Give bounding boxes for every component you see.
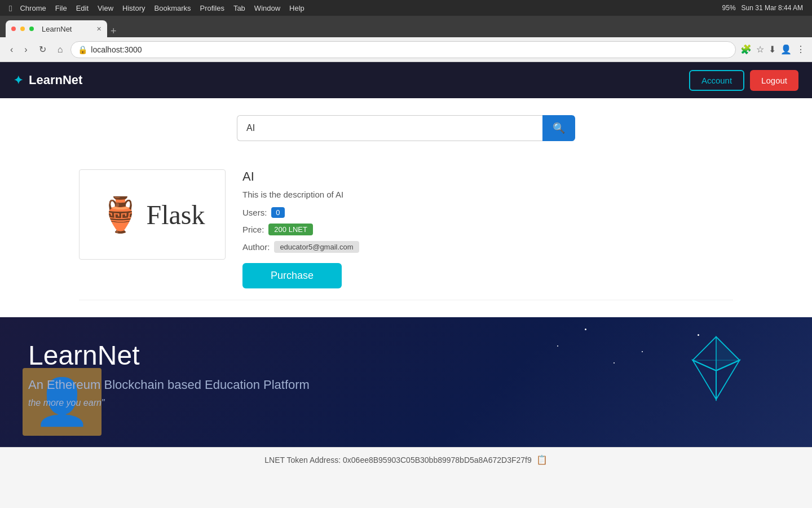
footer-title: LearnNet — [28, 340, 310, 371]
flask-icon: 🏺 — [99, 195, 142, 235]
menu-edit[interactable]: Edit — [76, 4, 89, 12]
course-users: Users: 0 — [242, 207, 733, 218]
token-address-text: LNET Token Address: 0x06ee8B95903C05B30b… — [264, 456, 532, 465]
search-button[interactable]: 🔍 — [542, 115, 575, 141]
course-info: AI This is the description of AI Users: … — [242, 169, 733, 288]
tab-minimize-btn[interactable] — [20, 27, 25, 31]
bookmark-icon[interactable]: ☆ — [756, 44, 764, 55]
course-card: 🏺 Flask AI This is the description of AI… — [79, 158, 733, 300]
course-section: 🏺 Flask AI This is the description of AI… — [68, 158, 744, 300]
menu-file[interactable]: File — [55, 4, 67, 12]
browser-chrome: LearnNet ✕ + ‹ › ↻ ⌂ 🔒 localhost:3000 🧩 … — [0, 16, 812, 62]
users-count-badge: 0 — [271, 207, 284, 218]
search-input[interactable] — [237, 115, 542, 141]
flask-text: Flask — [146, 199, 205, 230]
course-description: This is the description of AI — [242, 190, 733, 199]
new-tab-button[interactable]: + — [111, 25, 117, 37]
menu-tab[interactable]: Tab — [233, 4, 245, 12]
forward-button[interactable]: › — [21, 42, 30, 57]
star-4 — [614, 362, 615, 364]
profile-icon[interactable]: 👤 — [780, 44, 792, 55]
star-2 — [642, 351, 643, 352]
course-image: 🏺 Flask — [79, 169, 226, 260]
battery-percent: 95% — [722, 4, 736, 12]
course-title: AI — [242, 169, 733, 184]
footer-quote: the more you earn" — [28, 398, 310, 408]
menu-bookmarks[interactable]: Bookmarks — [155, 4, 191, 12]
svg-marker-2 — [692, 360, 716, 399]
star-3 — [585, 329, 586, 330]
datetime: Sun 31 Mar 8:44 AM — [742, 4, 803, 12]
author-label: Author: — [242, 242, 270, 252]
eth-diamond-container — [688, 334, 744, 404]
address-text[interactable]: localhost:3000 — [91, 45, 729, 54]
course-price: Price: 200 LNET — [242, 224, 733, 235]
browser-toolbar-icons: 🧩 ☆ ⬇ 👤 ⋮ — [740, 44, 805, 55]
search-section: 🔍 — [0, 115, 812, 141]
tab-maximize-btn[interactable] — [29, 27, 34, 31]
search-container: 🔍 — [237, 115, 575, 141]
price-badge: 200 LNET — [268, 224, 313, 235]
logout-button[interactable]: Logout — [750, 70, 798, 91]
header-buttons: Account Logout — [689, 70, 798, 91]
footer-content: LearnNet An Ethereum Blockchain based Ed… — [28, 340, 310, 408]
star-5 — [557, 345, 558, 347]
tab-close-btn[interactable] — [11, 27, 16, 31]
purchase-button[interactable]: Purchase — [242, 263, 342, 288]
ethereum-icon — [688, 334, 744, 402]
price-label: Price: — [242, 225, 264, 234]
footer-subtitle: An Ethereum Blockchain based Education P… — [28, 378, 310, 392]
macos-status-bar: 95% Sun 31 Mar 8:44 AM — [722, 4, 803, 12]
back-button[interactable]: ‹ — [7, 42, 16, 57]
users-label: Users: — [242, 208, 267, 217]
copy-icon[interactable]: 📋 — [536, 454, 548, 465]
home-button[interactable]: ⌂ — [54, 42, 67, 57]
menu-help[interactable]: Help — [289, 4, 304, 12]
app-logo: ✦ LearnNet — [14, 73, 82, 87]
author-badge: educator5@gmail.com — [274, 241, 359, 253]
address-bar[interactable]: 🔒 localhost:3000 — [70, 41, 736, 58]
browser-tabs: LearnNet ✕ + — [0, 16, 812, 37]
menu-window[interactable]: Window — [254, 4, 280, 12]
download-icon[interactable]: ⬇ — [769, 44, 776, 55]
macos-menu: Chrome File Edit View History Bookmarks … — [20, 4, 304, 12]
tab-title: LearnNet — [42, 25, 72, 33]
menu-view[interactable]: View — [98, 4, 113, 12]
apple-icon:  — [9, 3, 12, 13]
extensions-icon[interactable]: 🧩 — [740, 44, 752, 55]
footer-banner: LearnNet An Ethereum Blockchain based Ed… — [0, 317, 812, 447]
menu-chrome[interactable]: Chrome — [20, 4, 46, 12]
tab-close-icon[interactable]: ✕ — [96, 25, 102, 33]
logo-icon: ✦ — [14, 73, 23, 87]
search-icon: 🔍 — [553, 122, 565, 134]
menu-history[interactable]: History — [122, 4, 145, 12]
account-button[interactable]: Account — [689, 70, 744, 91]
flask-logo: 🏺 Flask — [99, 195, 205, 235]
token-bar: LNET Token Address: 0x06ee8B95903C05B30b… — [0, 447, 812, 472]
menu-profiles[interactable]: Profiles — [200, 4, 224, 12]
lock-icon: 🔒 — [78, 45, 87, 54]
main-content: 🔍 🏺 Flask AI This is the description of … — [0, 98, 812, 317]
macos-menubar:  Chrome File Edit View History Bookmark… — [0, 0, 812, 16]
course-author: Author: educator5@gmail.com — [242, 241, 733, 253]
reload-button[interactable]: ↻ — [36, 42, 50, 57]
browser-toolbar: ‹ › ↻ ⌂ 🔒 localhost:3000 🧩 ☆ ⬇ 👤 ⋮ — [0, 37, 812, 62]
app-title: LearnNet — [29, 73, 82, 87]
app-header: ✦ LearnNet Account Logout — [0, 62, 812, 98]
active-tab[interactable]: LearnNet ✕ — [6, 20, 107, 37]
menu-icon[interactable]: ⋮ — [796, 44, 805, 55]
